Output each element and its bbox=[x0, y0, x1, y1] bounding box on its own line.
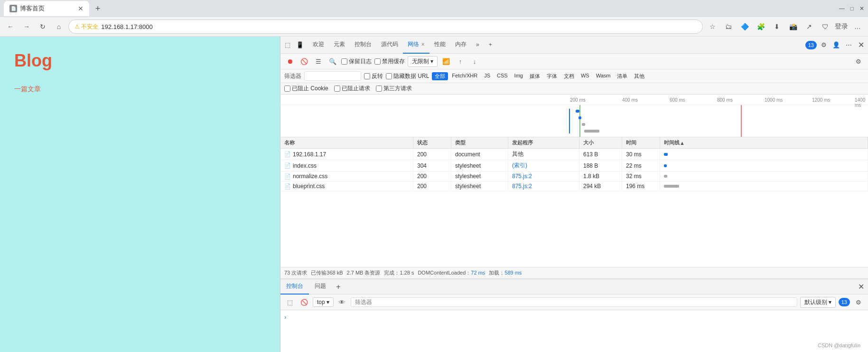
throttle-dropdown[interactable]: 无限制 ▾ bbox=[408, 56, 438, 67]
tab-performance[interactable]: 性能 bbox=[429, 37, 450, 54]
download-icon[interactable]: ⬇ bbox=[770, 20, 784, 33]
filter-type-js[interactable]: JS bbox=[481, 72, 493, 80]
filter-type-other[interactable]: 其他 bbox=[631, 72, 647, 80]
cell-initiator-3[interactable]: 875.js:2 bbox=[508, 181, 579, 191]
cell-type-2: stylesheet bbox=[451, 171, 508, 181]
preserve-log-checkbox[interactable]: 保留日志 bbox=[341, 57, 372, 66]
devtools-close-button[interactable]: ✕ bbox=[856, 40, 866, 50]
inspect-element-icon[interactable]: ⬚ bbox=[282, 40, 293, 50]
tab-bar: 📄 博客首页 ✕ + — □ ✕ bbox=[0, 0, 868, 17]
filter-input[interactable] bbox=[304, 71, 361, 81]
console-filter-input[interactable] bbox=[351, 297, 797, 307]
console-close-button[interactable]: ✕ bbox=[854, 282, 868, 291]
console-frame-dropdown[interactable]: top ▾ bbox=[313, 297, 334, 307]
tab-memory[interactable]: 内存 bbox=[450, 37, 471, 54]
close-window-button[interactable]: ✕ bbox=[859, 5, 864, 12]
clear-button[interactable]: 🚫 bbox=[299, 56, 310, 67]
edge-icon[interactable]: 🔷 bbox=[738, 20, 751, 33]
shield-icon[interactable]: 🛡 bbox=[819, 20, 832, 33]
cell-type-0: document bbox=[451, 149, 508, 160]
cell-initiator-2[interactable]: 875.js:2 bbox=[508, 171, 579, 181]
tab-more[interactable]: » bbox=[471, 37, 484, 54]
more-tools-button[interactable]: … bbox=[851, 20, 864, 33]
third-party-checkbox[interactable]: 第三方请求 bbox=[376, 85, 412, 93]
back-button[interactable]: ← bbox=[4, 20, 17, 33]
filter-type-manifest[interactable]: 清单 bbox=[614, 72, 630, 80]
profile-button[interactable]: 登录 bbox=[835, 20, 848, 33]
table-row[interactable]: 📄 blueprint.css 200 stylesheet 875.js:2 … bbox=[280, 181, 868, 191]
disable-cache-checkbox[interactable]: 禁用缓存 bbox=[374, 57, 405, 66]
devtools-profile-icon[interactable]: 👤 bbox=[831, 40, 841, 50]
screenshot-icon[interactable]: 📸 bbox=[786, 20, 800, 33]
invert-checkbox[interactable]: 反转 bbox=[364, 72, 383, 80]
tab-elements[interactable]: 元素 bbox=[329, 37, 350, 54]
new-tab-button[interactable]: + bbox=[91, 2, 104, 15]
upload-icon[interactable]: ↑ bbox=[455, 56, 466, 67]
extension-icon[interactable]: 🧩 bbox=[754, 20, 767, 33]
hide-data-url-checkbox[interactable]: 隐藏数据 URL bbox=[386, 72, 429, 80]
blocked-cookie-checkbox[interactable]: 已阻止 Cookie bbox=[284, 85, 328, 93]
network-tab-close[interactable]: ✕ bbox=[421, 42, 425, 47]
tab-issues[interactable]: 问题 bbox=[309, 279, 332, 295]
cell-initiator-0: 其他 bbox=[508, 149, 579, 160]
filter-type-all[interactable]: 全部 bbox=[432, 72, 448, 80]
tab-welcome[interactable]: 欢迎 bbox=[308, 37, 329, 54]
console-filter-icon[interactable]: 🚫 bbox=[299, 296, 310, 308]
console-chevron-icon[interactable]: › bbox=[284, 314, 286, 321]
browser-chrome: 📄 博客首页 ✕ + — □ ✕ ← → ↻ ⌂ ⚠ 不安全 192.168.1… bbox=[0, 0, 868, 37]
favorites-icon[interactable]: ☆ bbox=[706, 20, 719, 33]
record-button[interactable]: ⏺ bbox=[284, 56, 296, 67]
filter-type-img[interactable]: Img bbox=[512, 72, 526, 80]
timeline-bar-3 bbox=[584, 130, 599, 133]
refresh-button[interactable]: ↻ bbox=[36, 20, 49, 33]
share-icon[interactable]: ↗ bbox=[803, 20, 816, 33]
tab-console[interactable]: 控制台 bbox=[350, 37, 376, 54]
console-toolbar: ⬚ 🚫 top ▾ 👁 默认级别 ▾ 13 ⚙ bbox=[280, 295, 868, 310]
filter-type-ws[interactable]: WS bbox=[578, 72, 592, 80]
address-bar[interactable]: ⚠ 不安全 192.168.1.17:8000 bbox=[68, 19, 703, 34]
table-row[interactable]: 📄 normalize.css 200 stylesheet 875.js:2 … bbox=[280, 171, 868, 181]
filter-type-font[interactable]: 字体 bbox=[544, 72, 560, 80]
blocked-request-checkbox[interactable]: 已阻止请求 bbox=[334, 85, 370, 93]
table-row[interactable]: 📄 192.168.1.17 200 document 其他 613 B 30 … bbox=[280, 149, 868, 160]
blog-article-link[interactable]: 一篇文章 bbox=[14, 85, 41, 93]
console-settings-icon[interactable]: ⚙ bbox=[853, 296, 864, 308]
tab-network[interactable]: 网络 ✕ bbox=[403, 37, 429, 54]
main-area: Blog 一篇文章 ⬚ 📱 欢迎 元素 控制台 源代码 网络 ✕ 性能 内存 »… bbox=[0, 37, 868, 352]
filter-type-media[interactable]: 媒体 bbox=[527, 72, 543, 80]
maximize-button[interactable]: □ bbox=[850, 5, 854, 12]
device-emulation-icon[interactable]: 📱 bbox=[295, 40, 305, 50]
table-row[interactable]: 📄 index.css 304 stylesheet (索引) 188 B 22… bbox=[280, 160, 868, 171]
tick-400ms: 400 ms bbox=[622, 97, 638, 103]
devtools-more-icon[interactable]: ⋯ bbox=[843, 40, 854, 50]
request-count: 73 次请求 bbox=[284, 269, 307, 276]
tab-close-button[interactable]: ✕ bbox=[78, 5, 84, 12]
tab-sources[interactable]: 源代码 bbox=[376, 37, 403, 54]
console-clear-button[interactable]: ⬚ bbox=[284, 296, 296, 308]
minimize-button[interactable]: — bbox=[839, 5, 845, 12]
cell-initiator-1[interactable]: (索引) bbox=[508, 160, 579, 171]
filter-type-wasm[interactable]: Wasm bbox=[593, 72, 614, 80]
download-icon[interactable]: ↓ bbox=[469, 56, 480, 67]
wifi-icon[interactable]: 📶 bbox=[440, 56, 452, 67]
cell-time-2: 32 ms bbox=[622, 171, 660, 181]
network-settings-icon[interactable]: ⚙ bbox=[853, 56, 864, 67]
forward-button[interactable]: → bbox=[20, 20, 33, 33]
filter-type-fetch[interactable]: Fetch/XHR bbox=[449, 72, 480, 80]
devtools-settings-icon[interactable]: ⚙ bbox=[819, 40, 829, 50]
header-timeline[interactable]: 时间线 ▲ bbox=[660, 137, 868, 148]
collections-icon[interactable]: 🗂 bbox=[722, 20, 735, 33]
devtools-panel: ⬚ 📱 欢迎 元素 控制台 源代码 网络 ✕ 性能 内存 » + 13 ⚙ 👤 … bbox=[280, 37, 868, 352]
window-controls: — □ ✕ bbox=[839, 5, 864, 12]
active-tab[interactable]: 📄 博客首页 ✕ bbox=[4, 1, 89, 16]
console-eye-icon[interactable]: 👁 bbox=[336, 296, 348, 308]
filter-icon-button[interactable]: ☰ bbox=[313, 56, 324, 67]
tab-add[interactable]: + bbox=[484, 37, 497, 54]
home-button[interactable]: ⌂ bbox=[52, 20, 65, 33]
console-level-dropdown[interactable]: 默认级别 ▾ bbox=[800, 297, 836, 308]
add-console-tab-button[interactable]: + bbox=[332, 280, 345, 294]
filter-type-doc[interactable]: 文档 bbox=[561, 72, 577, 80]
search-button[interactable]: 🔍 bbox=[327, 56, 338, 67]
tab-console-bottom[interactable]: 控制台 bbox=[280, 279, 309, 295]
filter-type-css[interactable]: CSS bbox=[494, 72, 511, 80]
